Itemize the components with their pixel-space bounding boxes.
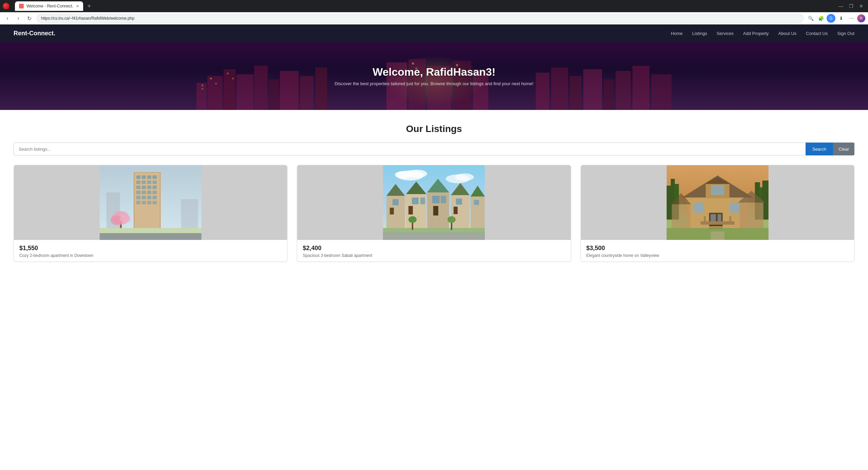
svg-rect-19 — [616, 71, 631, 110]
svg-rect-68 — [100, 233, 202, 240]
svg-rect-83 — [409, 206, 413, 214]
svg-rect-55 — [136, 196, 140, 199]
svg-rect-7 — [300, 76, 314, 110]
card-price: $3,500 — [586, 245, 849, 252]
property-image-townhome — [297, 165, 570, 240]
property-card[interactable]: $3,500 Elegant countryside home on Valle… — [581, 165, 854, 262]
svg-rect-17 — [583, 69, 602, 110]
property-card[interactable]: $2,400 Spacious 3-bedroom Sabali apartme… — [297, 165, 571, 262]
svg-rect-18 — [604, 79, 614, 110]
svg-rect-21 — [651, 74, 672, 110]
card-body: $2,400 Spacious 3-bedroom Sabali apartme… — [297, 240, 570, 261]
nav-link-listings[interactable]: Listings — [692, 31, 707, 36]
svg-rect-78 — [390, 208, 394, 214]
hero-content: Welcome, RafidHasan3! Discover the best … — [335, 66, 533, 86]
svg-rect-20 — [633, 66, 649, 110]
svg-rect-2 — [224, 69, 235, 110]
property-card[interactable]: $1,550 Cozy 2-bedroom apartment in Downt… — [14, 165, 287, 262]
svg-rect-40 — [142, 175, 146, 179]
download-icon[interactable]: ⬇ — [837, 14, 846, 23]
minimize-btn[interactable]: — — [837, 2, 845, 10]
site-logo: Rent-Connect. — [14, 30, 55, 37]
back-btn[interactable]: ‹ — [3, 14, 12, 23]
svg-rect-81 — [412, 198, 419, 204]
svg-rect-15 — [551, 68, 568, 110]
window-controls: — ❐ ✕ — [837, 2, 865, 10]
forward-btn[interactable]: › — [14, 14, 23, 23]
website-content: Rent-Connect. Home Listings Services Add… — [0, 24, 868, 275]
search-toolbar-icon[interactable]: 🔍 — [806, 14, 815, 23]
address-input[interactable] — [37, 14, 804, 23]
svg-rect-43 — [136, 181, 140, 184]
svg-rect-127 — [738, 224, 739, 228]
search-input[interactable] — [14, 143, 806, 155]
svg-rect-92 — [456, 199, 462, 205]
card-body: $3,500 Elegant countryside home on Valle… — [581, 240, 854, 261]
svg-rect-16 — [570, 76, 582, 110]
svg-rect-52 — [142, 191, 146, 194]
profile-icon[interactable]: G — [827, 14, 835, 23]
clear-button[interactable]: Clear — [833, 143, 854, 155]
svg-rect-27 — [232, 78, 234, 79]
svg-rect-0 — [196, 83, 207, 110]
svg-rect-60 — [142, 201, 146, 204]
svg-rect-61 — [147, 201, 151, 204]
svg-rect-24 — [210, 78, 212, 79]
svg-rect-88 — [441, 196, 446, 203]
tab-bar: Welcome - Rent-Connect. ✕ + — [12, 1, 834, 12]
svg-rect-56 — [142, 196, 146, 199]
svg-point-74 — [455, 173, 474, 181]
nav-link-contact[interactable]: Contact Us — [806, 31, 828, 36]
svg-point-72 — [395, 171, 412, 178]
nav-link-services[interactable]: Services — [717, 31, 734, 36]
svg-rect-96 — [474, 200, 479, 205]
svg-rect-87 — [432, 196, 440, 203]
card-image-container — [14, 165, 287, 240]
active-tab[interactable]: Welcome - Rent-Connect. ✕ — [15, 1, 83, 11]
svg-rect-116 — [711, 185, 724, 195]
svg-rect-98 — [383, 232, 485, 240]
more-icon[interactable]: ⋯ — [847, 14, 856, 23]
svg-rect-3 — [237, 74, 253, 110]
svg-rect-118 — [710, 214, 716, 222]
card-price: $2,400 — [303, 245, 565, 252]
hero-banner: Welcome, RafidHasan3! Discover the best … — [0, 42, 868, 110]
card-description: Elegant countryside home on Valleyview — [586, 253, 849, 258]
property-image-highrise — [14, 165, 287, 240]
svg-rect-46 — [153, 181, 157, 184]
svg-rect-134 — [672, 204, 690, 228]
tab-close-btn[interactable]: ✕ — [76, 4, 79, 8]
nav-link-signout[interactable]: Sign Out — [837, 31, 854, 36]
nav-links: Home Listings Services Add Property Abou… — [671, 30, 854, 36]
svg-rect-42 — [153, 175, 157, 179]
toolbar-icons: 🔍 🧩 G ⬇ ⋯ R — [806, 14, 865, 23]
svg-rect-45 — [147, 181, 151, 184]
new-tab-btn[interactable]: + — [84, 1, 94, 11]
svg-rect-58 — [153, 196, 157, 199]
nav-link-about[interactable]: About Us — [778, 31, 796, 36]
svg-rect-44 — [142, 181, 146, 184]
svg-rect-121 — [704, 216, 705, 222]
nav-buttons: ‹ › ↻ — [3, 14, 34, 23]
tab-title: Welcome - Rent-Connect. — [26, 4, 73, 8]
restore-btn[interactable]: ❐ — [847, 2, 855, 10]
nav-link-add-property[interactable]: Add Property — [743, 31, 769, 36]
search-button[interactable]: Search — [806, 143, 833, 155]
svg-rect-82 — [420, 198, 425, 204]
svg-rect-1 — [207, 76, 223, 110]
card-price: $1,550 — [19, 245, 282, 252]
close-btn[interactable]: ✕ — [857, 2, 865, 10]
nav-link-home[interactable]: Home — [671, 31, 683, 36]
svg-rect-23 — [202, 88, 203, 90]
listings-title: Our Listings — [14, 124, 854, 134]
svg-rect-25 — [215, 83, 217, 84]
card-description: Cozy 2-bedroom apartment in Downtown — [19, 253, 282, 258]
svg-rect-126 — [694, 224, 695, 228]
cards-grid: $1,550 Cozy 2-bedroom apartment in Downt… — [14, 165, 854, 262]
listings-section: Our Listings Search Clear — [0, 110, 868, 275]
svg-point-100 — [409, 216, 417, 223]
extensions-icon[interactable]: 🧩 — [816, 14, 825, 23]
svg-rect-53 — [147, 191, 151, 194]
reload-btn[interactable]: ↻ — [24, 14, 34, 23]
hero-title: Welcome, RafidHasan3! — [335, 66, 533, 78]
